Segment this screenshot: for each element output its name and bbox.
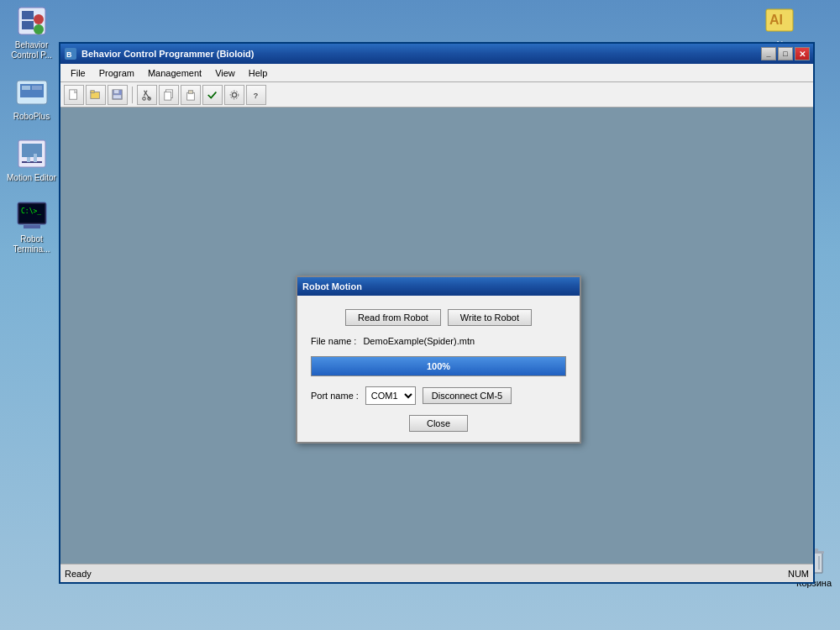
file-name-value: DemoExample(Spider).mtn bbox=[363, 336, 475, 346]
svg-rect-39 bbox=[165, 92, 171, 100]
dialog-action-buttons: Read from Robot Write to Robot bbox=[311, 309, 566, 326]
menu-help[interactable]: Help bbox=[242, 66, 275, 80]
dialog-content: Read from Robot Write to Robot File name… bbox=[297, 296, 580, 442]
dialog-titlebar: Robot Motion bbox=[297, 277, 580, 296]
menubar: File Program Management View Help bbox=[60, 64, 813, 82]
svg-rect-13 bbox=[34, 154, 37, 162]
menu-view[interactable]: View bbox=[208, 66, 242, 80]
app-window: B Behavior Control Programmer (Bioloid) … bbox=[59, 42, 815, 584]
read-from-robot-button[interactable]: Read from Robot bbox=[345, 309, 441, 326]
content-area: Robot Motion Read from Robot Write to Ro… bbox=[60, 108, 813, 564]
svg-rect-12 bbox=[27, 157, 30, 162]
toolbar-open[interactable] bbox=[86, 85, 106, 105]
toolbar-cut[interactable] bbox=[137, 85, 157, 105]
file-name-label: File name : bbox=[311, 336, 356, 346]
svg-rect-7 bbox=[22, 86, 30, 90]
toolbar-help[interactable]: ? bbox=[246, 85, 266, 105]
close-button[interactable]: ✕ bbox=[795, 47, 810, 60]
ai-icon: AI bbox=[763, 4, 796, 38]
app-titlebar: B Behavior Control Programmer (Bioloid) … bbox=[60, 44, 813, 64]
svg-rect-10 bbox=[22, 144, 42, 157]
dialog-title: Robot Motion bbox=[302, 281, 362, 291]
svg-rect-1 bbox=[22, 11, 34, 19]
menu-file[interactable]: File bbox=[64, 66, 92, 80]
write-to-robot-button[interactable]: Write to Robot bbox=[448, 309, 532, 326]
progress-text: 100% bbox=[312, 361, 565, 371]
toolbar-copy[interactable] bbox=[159, 85, 179, 105]
port-name-row: Port name : COM1 COM2 COM3 Disconnect CM… bbox=[311, 386, 566, 405]
statusbar-num: NUM bbox=[788, 569, 809, 579]
svg-text:AI: AI bbox=[769, 13, 783, 27]
maximize-button[interactable]: □ bbox=[778, 47, 793, 60]
desktop-icon-roboplus[interactable]: RoboPlus bbox=[4, 76, 59, 122]
toolbar: ? bbox=[60, 82, 813, 108]
toolbar-save[interactable] bbox=[108, 85, 128, 105]
svg-rect-33 bbox=[113, 95, 122, 98]
port-select[interactable]: COM1 COM2 COM3 bbox=[365, 386, 416, 405]
behavior-control-label: Behavior Control P... bbox=[4, 40, 59, 60]
menu-management[interactable]: Management bbox=[141, 66, 208, 80]
roboplus-label: RoboPlus bbox=[13, 112, 50, 122]
svg-rect-17 bbox=[24, 225, 40, 228]
motion-editor-label: Motion Editor bbox=[7, 173, 56, 183]
svg-point-4 bbox=[34, 24, 44, 34]
toolbar-sep1 bbox=[132, 87, 133, 103]
close-dialog-button[interactable]: Close bbox=[409, 415, 468, 432]
svg-rect-8 bbox=[32, 86, 42, 90]
svg-rect-32 bbox=[114, 89, 119, 92]
svg-text:C:\>_: C:\>_ bbox=[21, 207, 41, 215]
desktop-icon-robot-terminal[interactable]: C:\>_ Robot Termina... bbox=[4, 198, 59, 255]
desktop-icon-behavior-control[interactable]: Behavior Control P... bbox=[4, 4, 59, 60]
close-row: Close bbox=[311, 415, 566, 432]
motion-editor-icon bbox=[15, 137, 49, 171]
svg-rect-30 bbox=[91, 90, 94, 92]
desktop-icons-left: Behavior Control P... RoboPlus bbox=[4, 4, 59, 255]
progress-bar-container: 100% bbox=[311, 356, 566, 376]
toolbar-settings[interactable] bbox=[224, 85, 244, 105]
app-title-icon: B bbox=[64, 47, 77, 60]
svg-text:?: ? bbox=[254, 90, 259, 99]
svg-point-3 bbox=[34, 14, 44, 24]
toolbar-paste[interactable] bbox=[181, 85, 201, 105]
toolbar-check[interactable] bbox=[202, 85, 223, 105]
desktop-icon-motion-editor[interactable]: Motion Editor bbox=[4, 137, 59, 183]
statusbar-ready: Ready bbox=[65, 569, 92, 579]
menu-program[interactable]: Program bbox=[92, 66, 141, 80]
app-title-text: Behavior Control Programmer (Bioloid) bbox=[81, 49, 761, 59]
robot-terminal-label: Robot Termina... bbox=[4, 234, 59, 255]
svg-rect-41 bbox=[188, 90, 192, 93]
statusbar: Ready NUM bbox=[60, 564, 813, 582]
svg-point-36 bbox=[143, 97, 146, 100]
desktop: Behavior Control P... RoboPlus bbox=[0, 0, 840, 630]
port-label: Port name : bbox=[311, 391, 359, 401]
roboplus-icon bbox=[15, 76, 49, 109]
toolbar-new[interactable] bbox=[64, 85, 84, 105]
titlebar-buttons: _ □ ✕ bbox=[761, 47, 810, 60]
file-name-row: File name : DemoExample(Spider).mtn bbox=[311, 336, 566, 346]
svg-rect-28 bbox=[70, 89, 77, 98]
minimize-button[interactable]: _ bbox=[761, 47, 776, 60]
svg-rect-2 bbox=[22, 21, 34, 29]
robot-motion-dialog: Robot Motion Read from Robot Write to Ro… bbox=[296, 276, 581, 444]
svg-text:B: B bbox=[66, 50, 72, 59]
behavior-control-icon bbox=[15, 4, 49, 38]
svg-point-43 bbox=[230, 91, 239, 99]
robot-terminal-icon: C:\>_ bbox=[15, 198, 49, 232]
svg-point-42 bbox=[232, 92, 236, 97]
disconnect-button[interactable]: Disconnect CM-5 bbox=[423, 387, 512, 404]
